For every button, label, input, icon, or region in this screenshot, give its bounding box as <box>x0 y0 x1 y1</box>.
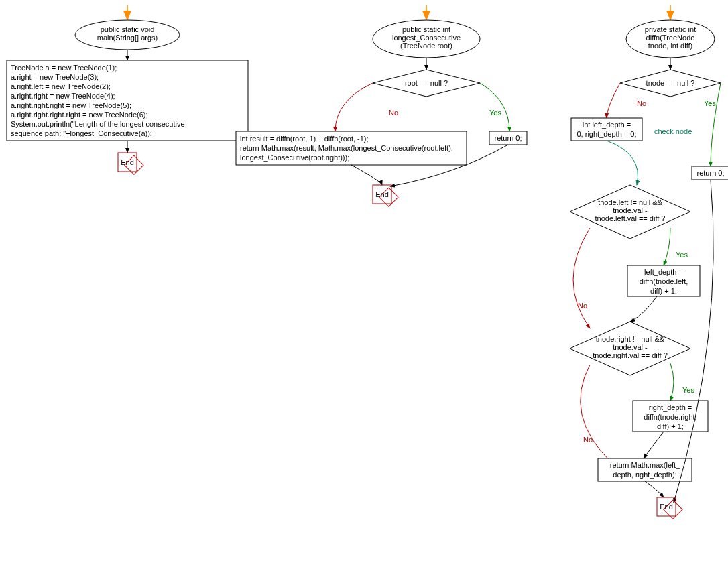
fc2-no-edge <box>335 83 373 131</box>
fc3-d3-l3: tnode.right.val == diff ? <box>593 351 668 359</box>
fc3-d1-no-label: No <box>637 99 646 107</box>
fc1-body-l4: a.right.right = new TreeNode(4); <box>11 92 115 100</box>
flowchart-canvas: public static void main(String[] args) T… <box>0 0 728 567</box>
fc3-d2-no-edge <box>573 228 590 328</box>
fc2-no-label: No <box>389 109 398 117</box>
fc1-body-l7: System.out.println("Length of the longes… <box>11 120 185 128</box>
fc3-la-arrow <box>630 296 657 322</box>
fc3-init-l1: int left_depth = <box>583 121 631 129</box>
fc3-d1-label: tnode == null ? <box>646 79 695 87</box>
fc3-ra-arrow <box>644 432 664 458</box>
fc1-body-node <box>7 60 248 141</box>
fc3-end-label: End <box>660 503 673 511</box>
fc3-d3-l1: tnode.right != null && <box>596 335 665 343</box>
fc2-lb-l1: int result = diffn(root, 1) + diffn(root… <box>240 135 369 143</box>
fc3-return0-label: return 0; <box>697 169 725 177</box>
fc3-d2-l2: tnode.val - <box>613 206 648 214</box>
fc1-body-l5: a.right.right.right = new TreeNode(5); <box>11 101 131 109</box>
fc1-body-l8: sequence path: "+longest_Consecutive(a))… <box>11 129 152 137</box>
fc1-end-node: End <box>118 153 143 174</box>
fc3-ra-l1: right_depth = <box>649 403 692 412</box>
fc2-lb-l2: return Math.max(result, Math.max(longest… <box>240 144 453 152</box>
fc2-decision-label: root == null ? <box>405 79 448 87</box>
fc3-d2-l1: tnode.left != null && <box>598 198 662 206</box>
fc3-rm-l2: depth, right_depth); <box>613 470 676 479</box>
fc3-la-l2: diffn(tnode.left, <box>640 277 688 286</box>
fc3-check-edge <box>607 141 638 185</box>
fc1-body-l6: a.right.right.right.right = new TreeNode… <box>11 111 148 119</box>
fc3-d1-yes-edge <box>711 83 721 166</box>
fc3-d3-l2: tnode.val - <box>613 343 648 351</box>
fc3-d2-yes-label: Yes <box>676 251 688 259</box>
fc2-end-label: End <box>375 190 389 198</box>
fc3-la-l1: left_depth = <box>644 268 683 276</box>
fc3-rm-l1: return Math.max(left_ <box>610 461 680 469</box>
fc1-body-l2: a.right = new TreeNode(3); <box>11 73 99 81</box>
fc3-check-label: check node <box>654 127 692 135</box>
fc3-end-node: End <box>657 497 682 519</box>
fc3-d2-yes-edge <box>664 228 670 265</box>
fc3-la-l3: diff) + 1; <box>650 287 677 295</box>
fc3-init-l2: 0, right_depth = 0; <box>577 130 637 138</box>
fc3-d2-no-label: No <box>578 302 587 310</box>
fc3-start-l2: diffn(TreeNode <box>646 34 695 42</box>
fc3-return0-to-end <box>674 180 713 503</box>
fc2-arrow-left-end <box>351 165 382 185</box>
fc3-d1-yes-label: Yes <box>704 99 716 107</box>
fc1-body-l3: a.right.left = new TreeNode(2); <box>11 82 111 90</box>
fc3-start-l1: private static int <box>645 25 696 34</box>
fc2-lb-l3: longest_Consecutive(root.right))); <box>240 153 349 162</box>
fc1-end-label: End <box>121 158 134 166</box>
fc3-d2-l3: tnode.left.val == diff ? <box>595 214 666 223</box>
fc3-d3-no-label: No <box>583 436 593 444</box>
fc2-rb-label: return 0; <box>495 134 522 142</box>
fc2-start-l3: (TreeNode root) <box>400 42 452 50</box>
fc3-rm-to-end <box>645 481 664 497</box>
fc3-d3-yes-label: Yes <box>682 386 694 394</box>
fc3-start-l3: tnode, int diff) <box>648 42 692 50</box>
fc1-start-line2: main(String[] args) <box>97 34 158 42</box>
fc1-start-line1: public static void <box>101 25 155 34</box>
fc2-start-l2: longest_Consecutive <box>392 34 461 42</box>
fc2-start-l1: public static int <box>402 25 450 34</box>
fc2-yes-edge <box>480 83 509 131</box>
fc2-yes-label: Yes <box>489 109 501 117</box>
fc3-ra-l2: diffn(tnode.right, <box>644 413 696 421</box>
fc2-end-node: End <box>373 185 398 206</box>
fc3-d1-no-edge <box>607 83 620 118</box>
fc1-body-l1: TreeNode a = new TreeNode(1); <box>11 64 117 72</box>
fc3-ra-l3: diff) + 1; <box>657 422 684 430</box>
fc3-d3-yes-edge <box>670 363 674 401</box>
fc3-d3-no-edge <box>581 365 611 462</box>
